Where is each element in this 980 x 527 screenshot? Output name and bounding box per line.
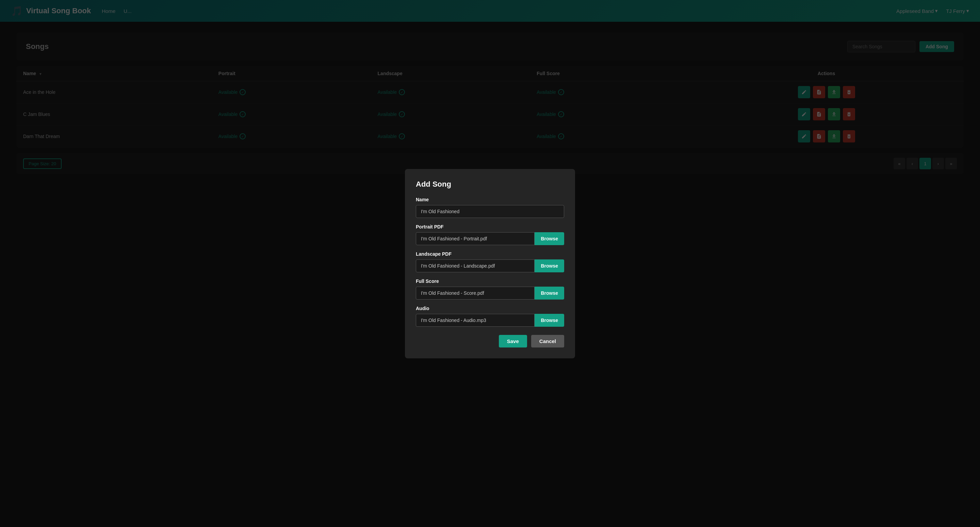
audio-row: Browse: [416, 314, 564, 327]
name-label: Name: [416, 197, 564, 202]
cancel-button[interactable]: Cancel: [531, 335, 564, 348]
landscape-pdf-row: Browse: [416, 259, 564, 272]
name-form-group: Name: [416, 197, 564, 218]
landscape-pdf-input[interactable]: [416, 259, 535, 272]
modal-overlay[interactable]: Add Song Name Portrait PDF Browse Landsc…: [0, 0, 980, 527]
name-input[interactable]: [416, 205, 564, 218]
landscape-pdf-browse-button[interactable]: Browse: [535, 259, 564, 272]
portrait-pdf-form-group: Portrait PDF Browse: [416, 224, 564, 245]
audio-form-group: Audio Browse: [416, 306, 564, 327]
portrait-pdf-row: Browse: [416, 232, 564, 245]
portrait-pdf-label: Portrait PDF: [416, 224, 564, 230]
full-score-label: Full Score: [416, 278, 564, 284]
audio-label: Audio: [416, 306, 564, 311]
full-score-browse-button[interactable]: Browse: [535, 287, 564, 300]
full-score-form-group: Full Score Browse: [416, 278, 564, 300]
save-button[interactable]: Save: [499, 335, 527, 348]
portrait-pdf-browse-button[interactable]: Browse: [535, 232, 564, 245]
modal-footer: Save Cancel: [416, 335, 564, 348]
add-song-modal: Add Song Name Portrait PDF Browse Landsc…: [405, 169, 575, 358]
audio-browse-button[interactable]: Browse: [535, 314, 564, 327]
audio-input[interactable]: [416, 314, 535, 327]
full-score-input[interactable]: [416, 287, 535, 300]
modal-title: Add Song: [416, 180, 564, 189]
landscape-pdf-form-group: Landscape PDF Browse: [416, 251, 564, 272]
portrait-pdf-input[interactable]: [416, 232, 535, 245]
landscape-pdf-label: Landscape PDF: [416, 251, 564, 257]
full-score-row: Browse: [416, 287, 564, 300]
